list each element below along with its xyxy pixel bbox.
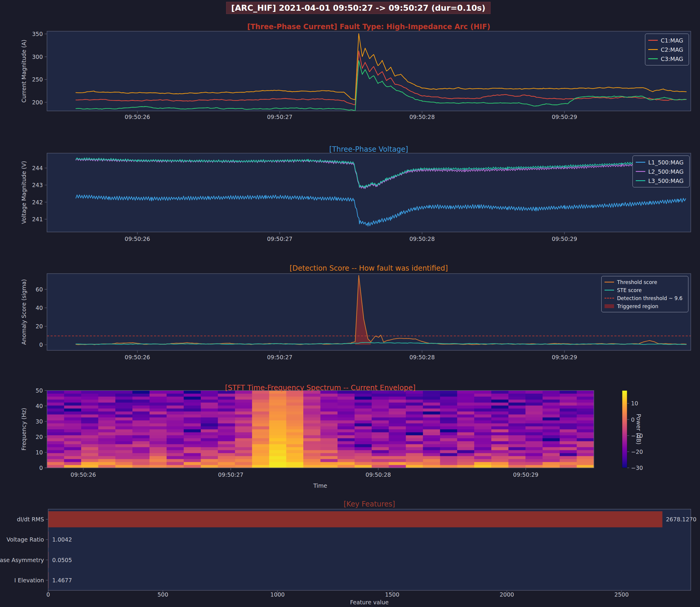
- chart-current-ytick-label: 250: [32, 76, 43, 83]
- chart-stft-ytick-label: 40: [36, 403, 43, 409]
- ylabel-voltage: Voltage Magnitude (V): [21, 161, 27, 224]
- legend-label: C3:MAG: [661, 56, 683, 62]
- legend-label: L3_500:MAG: [648, 177, 684, 184]
- legend-swatch-patch: [604, 304, 614, 308]
- xlabel-feats: Feature value: [350, 599, 389, 606]
- legend-swatch-line: [648, 58, 658, 59]
- plots-canvas: 09:50:2609:50:2709:50:2809:50:2920025030…: [0, 0, 700, 607]
- legend-item: C1:MAG: [648, 37, 686, 44]
- chart-current-xtick-label: 09:50:28: [409, 113, 435, 120]
- colorbar-tick-label: 10: [631, 400, 638, 406]
- chart-current-ytick-label: 350: [32, 30, 43, 37]
- chart-detect-ytick-label: 0: [39, 341, 43, 348]
- chart-stft-xtick-label: 09:50:27: [218, 472, 243, 478]
- chart-detect-xtick-label: 09:50:26: [125, 354, 150, 360]
- legend-item: C3:MAG: [648, 56, 686, 62]
- chart-stft-xtick-label: 09:50:29: [513, 472, 538, 478]
- chart-voltage-xtick-label: 09:50:29: [552, 235, 577, 242]
- legend-item: Detection threshold ~ 9.6: [604, 295, 685, 301]
- chart-title-voltage: [Three-Phase Voltage]: [329, 145, 408, 153]
- legend-voltage: L1_500:MAGL2_500:MAGL3_500:MAG: [633, 155, 690, 187]
- colorbar-tick-label: 0: [631, 416, 635, 423]
- chart-stft-ytick-label: 50: [36, 387, 43, 394]
- feature-bar-0: [48, 511, 662, 527]
- legend-label: STE score: [617, 287, 642, 293]
- legend-item: L2_500:MAG: [636, 168, 686, 175]
- chart-title-stft: [STFT Time-Frequency Spectrum -- Current…: [225, 384, 416, 392]
- chart-current-xtick-label: 09:50:26: [125, 113, 150, 120]
- chart-feats-xtick-label: 2000: [500, 591, 514, 598]
- legend-swatch-line: [648, 49, 658, 50]
- ylabel-detect: Anomaly Score (sigma): [21, 279, 27, 345]
- colorbar: [622, 391, 627, 468]
- chart-detect-ytick-label: 60: [36, 286, 43, 293]
- chart-detect-xtick-label: 09:50:29: [552, 354, 577, 360]
- xlabel-stft: Time: [313, 482, 327, 489]
- chart-feats-xtick-label: 1000: [270, 591, 284, 598]
- legend-swatch-line: [636, 180, 645, 181]
- legend-label: Threshold score: [617, 279, 657, 285]
- chart-detect-xtick-label: 09:50:28: [409, 354, 435, 360]
- chart-current-xtick-label: 09:50:27: [267, 113, 292, 120]
- legend-item: STE score: [604, 287, 685, 293]
- legend-item: L3_500:MAG: [636, 177, 686, 184]
- chart-detect-plot-bg: [47, 274, 691, 350]
- legend-current: C1:MAGC2:MAGC3:MAG: [645, 34, 689, 65]
- chart-stft-ytick-label: 30: [36, 418, 43, 425]
- chart-voltage-ytick-label: 241: [32, 216, 43, 223]
- chart-feats-xtick-label: 0: [46, 591, 50, 598]
- chart-voltage-ytick-label: 244: [32, 165, 43, 171]
- legend-item: L1_500:MAG: [636, 159, 686, 166]
- chart-stft-xtick-label: 09:50:26: [70, 472, 96, 478]
- legend-item: C2:MAG: [648, 46, 686, 53]
- legend-swatch-line: [636, 162, 645, 163]
- chart-stft-xtick-label: 09:50:28: [365, 472, 391, 478]
- legend-label: L2_500:MAG: [648, 168, 684, 175]
- ylabel-current: Current Magnitude (A): [21, 40, 27, 103]
- chart-title-feats: [Key Features]: [343, 500, 395, 508]
- legend-swatch-line: [604, 281, 614, 282]
- chart-feats-xtick-label: 2500: [614, 591, 629, 598]
- legend-label: Detection threshold ~ 9.6: [617, 295, 682, 301]
- feature-value-label: 1.0042: [52, 536, 72, 543]
- chart-feats-xtick-label: 500: [157, 591, 168, 598]
- colorbar-label: Power (dB): [635, 414, 642, 444]
- figure-title: [ARC_HIF] 2021-04-01 09:50:27 -> 09:50:2…: [226, 2, 491, 14]
- chart-voltage-xtick-label: 09:50:28: [409, 235, 435, 242]
- chart-voltage-xtick-label: 09:50:27: [267, 235, 292, 242]
- chart-detect-ytick-label: 40: [36, 305, 43, 311]
- feature-category-label: dI/dt RMS: [17, 516, 44, 523]
- feature-category-label: Phase Asymmetry: [0, 557, 44, 563]
- legend-item: Threshold score: [604, 279, 685, 285]
- feature-value-label: 2678.1270: [666, 516, 696, 523]
- chart-title-current: [Three-Phase Current] Fault Type: High-I…: [247, 23, 490, 31]
- legend-detect: Threshold scoreSTE scoreDetection thresh…: [601, 276, 688, 312]
- chart-detect-xtick-label: 09:50:27: [267, 354, 292, 360]
- legend-item: Triggered region: [604, 304, 685, 309]
- feature-category-label: I Elevation: [14, 577, 44, 584]
- legend-label: Triggered region: [617, 304, 658, 309]
- legend-label: C1:MAG: [661, 37, 683, 44]
- chart-title-detect: [Detection Score -- How fault was identi…: [290, 264, 448, 272]
- feature-value-label: 0.0505: [52, 557, 72, 563]
- legend-swatch-line: [604, 290, 614, 291]
- chart-current-ytick-label: 200: [32, 99, 43, 106]
- stft-heatmap-cells: [47, 391, 594, 468]
- chart-stft-ytick-label: 0: [39, 464, 43, 471]
- feature-value-label: 1.4677: [52, 577, 72, 584]
- chart-current-xtick-label: 09:50:29: [552, 113, 577, 120]
- legend-label: L1_500:MAG: [648, 159, 684, 166]
- chart-current-ytick-label: 300: [32, 54, 43, 60]
- chart-voltage-ytick-label: 243: [32, 182, 43, 188]
- legend-label: C2:MAG: [661, 46, 683, 53]
- chart-detect-ytick-label: 20: [36, 323, 43, 330]
- legend-swatch-line: [648, 40, 658, 41]
- chart-stft-ytick-label: 10: [36, 449, 43, 456]
- fault-dashboard: { "banner": {"title": "[ARC_HIF] 2021-04…: [0, 0, 700, 607]
- chart-feats-xtick-label: 1500: [385, 591, 399, 598]
- chart-stft-ytick-label: 20: [36, 434, 43, 440]
- colorbar-tick-label: −20: [631, 448, 643, 455]
- chart-voltage-xtick-label: 09:50:26: [125, 235, 150, 242]
- colorbar-tick-label: −30: [631, 464, 643, 471]
- legend-swatch-line: [636, 171, 645, 172]
